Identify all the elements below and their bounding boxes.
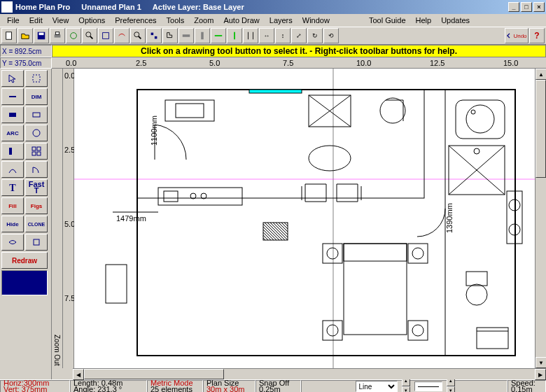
title-bar: Home Plan Pro Unnamed Plan 1 Active Laye… bbox=[0, 0, 546, 14]
tool-btn-16[interactable] bbox=[243, 28, 258, 43]
tool-btn-21[interactable]: ⟲ bbox=[323, 28, 339, 43]
tool-palette: DIM ARC T Fast T Fill bbox=[0, 69, 52, 379]
tool-btn-20[interactable]: ↻ bbox=[307, 28, 323, 43]
dim-label-2: 1479mm bbox=[116, 214, 146, 223]
palette-select-arrow[interactable] bbox=[1, 70, 24, 87]
svg-rect-44 bbox=[164, 191, 178, 202]
tool-btn-8[interactable] bbox=[114, 28, 130, 43]
palette-rect-fill[interactable] bbox=[1, 106, 24, 123]
tool-btn-14[interactable] bbox=[211, 28, 226, 43]
palette-rect-outline[interactable] bbox=[25, 106, 48, 123]
svg-rect-3 bbox=[55, 34, 61, 37]
tool-btn-15[interactable] bbox=[227, 28, 242, 43]
menu-layers[interactable]: Layers bbox=[265, 15, 297, 25]
palette-wall[interactable] bbox=[1, 143, 24, 160]
svg-point-6 bbox=[86, 32, 91, 37]
scroll-v-thumb[interactable] bbox=[536, 80, 546, 178]
menu-edit[interactable]: Edit bbox=[25, 15, 47, 25]
scroll-down-arrow[interactable]: ▼ bbox=[536, 357, 546, 368]
doc-name: Unnamed Plan 1 bbox=[81, 3, 141, 11]
palette-text[interactable]: T bbox=[1, 179, 24, 196]
tool-btn-18[interactable]: ↕ bbox=[275, 28, 290, 43]
palette-select-rect[interactable] bbox=[25, 70, 48, 87]
svg-rect-11 bbox=[151, 33, 154, 36]
coord-y-display: Y = 375.0cm bbox=[0, 57, 52, 69]
menu-autodraw[interactable]: Auto Draw bbox=[219, 15, 263, 25]
zoom-out-label[interactable]: Zoom Out bbox=[52, 69, 63, 368]
hint-bar: Click on a drawing tool button to select… bbox=[52, 45, 546, 57]
palette-door[interactable] bbox=[25, 161, 48, 178]
palette-circle[interactable] bbox=[25, 125, 48, 141]
svg-rect-29 bbox=[34, 239, 39, 245]
svg-rect-72 bbox=[466, 272, 487, 286]
tool-btn-19[interactable]: ⤢ bbox=[291, 28, 307, 43]
tool-btn-7[interactable] bbox=[98, 28, 113, 43]
tool-btn-11[interactable] bbox=[162, 28, 178, 43]
svg-rect-32 bbox=[137, 90, 515, 356]
svg-point-60 bbox=[412, 325, 424, 336]
menu-zoom[interactable]: Zoom bbox=[190, 15, 218, 25]
app-name: Home Plan Pro bbox=[15, 3, 70, 11]
svg-point-63 bbox=[466, 105, 494, 133]
menu-file[interactable]: File bbox=[3, 15, 24, 25]
svg-point-64 bbox=[471, 110, 475, 114]
tool-btn-13[interactable] bbox=[195, 28, 210, 43]
menu-view[interactable]: View bbox=[48, 15, 74, 25]
menu-window[interactable]: Window bbox=[298, 15, 334, 25]
line-type-select[interactable]: Line bbox=[356, 381, 398, 392]
save-button[interactable] bbox=[34, 28, 49, 43]
menu-help[interactable]: Help bbox=[412, 15, 436, 25]
palette-figs[interactable]: Figs bbox=[25, 197, 48, 214]
svg-rect-12 bbox=[155, 36, 158, 39]
tool-btn-5[interactable] bbox=[66, 28, 81, 43]
print-button[interactable] bbox=[50, 28, 65, 43]
palette-line[interactable] bbox=[1, 88, 24, 105]
palette-arc[interactable]: ARC bbox=[1, 125, 24, 141]
status-length-angle: Length: 0.48mAngle: 231.3 ° bbox=[70, 380, 147, 392]
minimize-button[interactable]: _ bbox=[508, 2, 519, 12]
palette-fill[interactable]: Fill bbox=[1, 197, 24, 214]
tool-btn-10[interactable] bbox=[146, 28, 162, 43]
palette-hide[interactable]: Hide bbox=[1, 216, 24, 232]
new-button[interactable] bbox=[1, 28, 17, 43]
status-mode: Metric Mode25 elements bbox=[147, 380, 203, 392]
palette-curve[interactable] bbox=[1, 161, 24, 178]
line-down-arrow[interactable]: ▾ bbox=[402, 386, 410, 392]
scroll-right-arrow[interactable]: ▶ bbox=[535, 369, 546, 380]
scrollbar-horizontal[interactable]: ◀ ▶ bbox=[73, 368, 546, 379]
status-snap: Snap Off0.25m bbox=[255, 380, 301, 392]
menu-toolguide[interactable]: Tool Guide bbox=[365, 15, 410, 25]
status-line: Line ▴ ▾ ▴ ▾ bbox=[301, 380, 507, 392]
drawing-canvas[interactable]: 1100mm bbox=[74, 69, 535, 368]
scrollbar-vertical[interactable]: ▲ ▼ bbox=[535, 69, 546, 368]
palette-dim[interactable]: DIM bbox=[25, 88, 48, 105]
menu-tools[interactable]: Tools bbox=[162, 15, 189, 25]
palette-grid[interactable] bbox=[25, 143, 48, 160]
tool-btn-12[interactable] bbox=[178, 28, 194, 43]
line-down-arrow-2[interactable]: ▾ bbox=[447, 386, 455, 392]
palette-clone[interactable]: CLONE bbox=[25, 216, 48, 232]
tool-btn-9[interactable] bbox=[130, 28, 146, 43]
app-icon bbox=[1, 1, 13, 13]
menu-bar: File Edit View Options Preferences Tools… bbox=[0, 14, 546, 27]
scroll-up-arrow[interactable]: ▲ bbox=[536, 69, 546, 80]
svg-rect-22 bbox=[33, 113, 40, 117]
maximize-button[interactable]: □ bbox=[521, 2, 532, 12]
scroll-h-thumb[interactable] bbox=[84, 369, 224, 379]
menu-preferences[interactable]: Preferences bbox=[111, 15, 160, 25]
palette-shape2[interactable] bbox=[25, 234, 48, 251]
palette-fast-text[interactable]: Fast T bbox=[25, 179, 48, 196]
menu-options[interactable]: Options bbox=[74, 15, 109, 25]
zoom-button[interactable] bbox=[82, 28, 97, 43]
svg-point-54 bbox=[327, 248, 338, 259]
coord-x-display: X = 892.5cm bbox=[0, 45, 52, 57]
help-button[interactable]: ? bbox=[529, 28, 545, 43]
close-button[interactable]: × bbox=[533, 2, 545, 12]
scroll-left-arrow[interactable]: ◀ bbox=[73, 369, 84, 380]
palette-shape1[interactable] bbox=[1, 234, 24, 251]
menu-updates[interactable]: Updates bbox=[437, 15, 474, 25]
palette-redraw[interactable]: Redraw bbox=[1, 252, 48, 269]
open-button[interactable] bbox=[18, 28, 33, 43]
undo-button[interactable]: Undo bbox=[505, 28, 528, 43]
tool-btn-17[interactable]: ↔ bbox=[259, 28, 274, 43]
